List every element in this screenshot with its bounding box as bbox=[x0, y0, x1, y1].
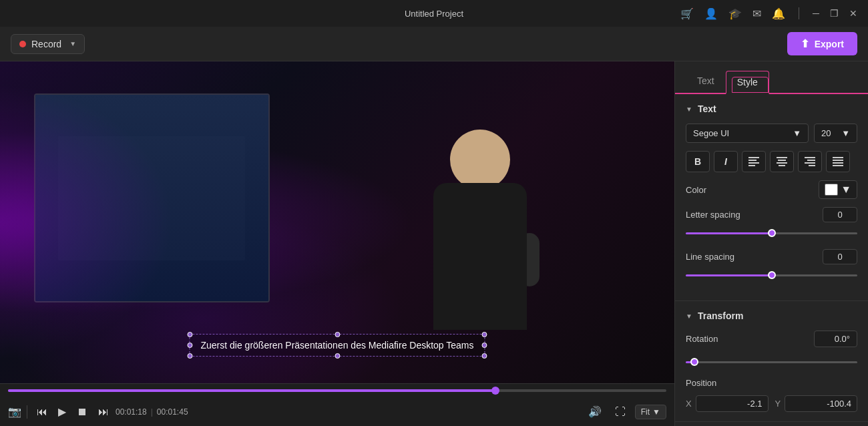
transform-section-header[interactable]: ▼ Transform bbox=[686, 310, 857, 321]
color-row: Color ▼ bbox=[686, 180, 857, 199]
text-section-chevron-icon: ▼ bbox=[686, 105, 692, 113]
total-time: 00:01:45 bbox=[157, 407, 188, 417]
font-size-chevron-icon: ▼ bbox=[841, 128, 850, 138]
fullscreen-button[interactable]: ⛶ bbox=[611, 403, 630, 421]
handle-tl[interactable] bbox=[187, 332, 192, 337]
record-label: Record bbox=[31, 39, 61, 49]
svg-rect-9 bbox=[807, 160, 815, 161]
position-y-value[interactable]: -100.4 bbox=[785, 395, 857, 412]
tab-style[interactable]: Style bbox=[726, 71, 769, 94]
line-spacing-slider[interactable] bbox=[686, 268, 857, 282]
controls-divider bbox=[27, 405, 27, 419]
svg-rect-2 bbox=[748, 162, 759, 164]
fit-select[interactable]: Fit ▼ bbox=[635, 405, 666, 419]
handle-bl[interactable] bbox=[187, 353, 192, 359]
transform-section: ▼ Transform Rotation 0.0° Position X -2.… bbox=[675, 301, 868, 422]
transform-section-title: Transform bbox=[698, 310, 743, 321]
rotation-thumb[interactable] bbox=[690, 358, 698, 366]
position-x-value[interactable]: -2.1 bbox=[696, 395, 769, 412]
svg-rect-8 bbox=[805, 157, 815, 158]
rotation-row: Rotation 0.0° bbox=[686, 331, 857, 347]
app-title: Untitled Project bbox=[405, 9, 463, 19]
position-row: X -2.1 Y -100.4 bbox=[686, 395, 857, 412]
record-chevron-icon: ▼ bbox=[69, 40, 76, 47]
account-icon[interactable]: 👤 bbox=[704, 7, 718, 20]
svg-rect-7 bbox=[779, 165, 785, 166]
letter-spacing-label: Letter spacing bbox=[686, 210, 740, 220]
font-family-value: Segoe UI bbox=[693, 128, 729, 138]
text-section-header[interactable]: ▼ Text bbox=[686, 103, 857, 114]
rotation-value[interactable]: 0.0° bbox=[814, 331, 857, 347]
progress-track bbox=[8, 389, 666, 392]
monitor-prop bbox=[34, 93, 270, 302]
text-section-title: Text bbox=[698, 103, 716, 114]
titlebar-divider bbox=[799, 7, 799, 19]
minimize-button[interactable]: ─ bbox=[813, 8, 819, 19]
italic-button[interactable]: I bbox=[714, 151, 738, 172]
export-button[interactable]: ⬆ Export bbox=[787, 32, 857, 55]
handle-tr[interactable] bbox=[482, 332, 487, 337]
svg-rect-11 bbox=[809, 165, 815, 166]
mail-icon[interactable]: ✉ bbox=[752, 7, 761, 20]
font-size-value: 20 bbox=[821, 128, 831, 138]
svg-rect-0 bbox=[748, 157, 759, 158]
record-dot-icon bbox=[19, 41, 26, 47]
restore-button[interactable]: ❐ bbox=[830, 8, 839, 19]
controls-left: 📷 ⏮ ▶ ⏹ ⏭ 00:01:18 | 00:01:45 bbox=[8, 403, 188, 421]
video-container: Zuerst die größeren Präsentationen des M… bbox=[0, 61, 674, 383]
step-back-button[interactable]: ⏮ bbox=[33, 403, 51, 421]
letter-spacing-slider[interactable] bbox=[686, 226, 857, 240]
transform-section-chevron-icon: ▼ bbox=[686, 312, 692, 320]
progress-thumb[interactable] bbox=[491, 387, 499, 395]
bold-button[interactable]: B bbox=[686, 151, 710, 172]
handle-ml[interactable] bbox=[187, 343, 192, 348]
tab-text[interactable]: Text bbox=[686, 69, 726, 93]
handle-br[interactable] bbox=[482, 353, 487, 359]
font-row: Segoe UI ▼ 20 ▼ bbox=[686, 124, 857, 143]
letter-spacing-label-row: Letter spacing 0 bbox=[686, 207, 857, 222]
position-x-label: X bbox=[686, 399, 692, 409]
align-left-button[interactable] bbox=[742, 151, 766, 172]
play-button[interactable]: ▶ bbox=[54, 403, 70, 421]
toolbar: Record ▼ ⬆ Export bbox=[0, 27, 868, 61]
color-picker[interactable]: ▼ bbox=[819, 180, 857, 199]
subtitle-overlay[interactable]: Zuerst die größeren Präsentationen des M… bbox=[189, 334, 485, 357]
font-size-select[interactable]: 20 ▼ bbox=[814, 124, 857, 143]
stop-button[interactable]: ⏹ bbox=[73, 403, 91, 421]
handle-bc[interactable] bbox=[335, 353, 340, 359]
line-spacing-row: Line spacing 0 bbox=[686, 249, 857, 282]
education-icon[interactable]: 🎓 bbox=[728, 7, 742, 20]
titlebar: Untitled Project 🛒 👤 🎓 ✉ 🔔 ─ ❐ ✕ bbox=[0, 0, 868, 27]
align-right-button[interactable] bbox=[798, 151, 822, 172]
bell-icon[interactable]: 🔔 bbox=[772, 7, 785, 20]
step-forward-button[interactable]: ⏭ bbox=[94, 403, 113, 421]
current-time: 00:01:18 bbox=[116, 407, 147, 417]
svg-rect-6 bbox=[777, 162, 787, 164]
svg-rect-13 bbox=[833, 160, 843, 161]
handle-tc[interactable] bbox=[335, 332, 340, 337]
screenshot-button[interactable]: 📷 bbox=[8, 405, 21, 418]
shop-icon[interactable]: 🛒 bbox=[680, 7, 694, 20]
rotation-slider[interactable] bbox=[686, 357, 857, 367]
letter-spacing-thumb[interactable] bbox=[768, 229, 776, 237]
controls-row: 📷 ⏮ ▶ ⏹ ⏭ 00:01:18 | 00:01:45 🔊 ⛶ Fit ▼ bbox=[8, 397, 666, 426]
svg-rect-4 bbox=[777, 157, 787, 158]
controls-right: 🔊 ⛶ Fit ▼ bbox=[584, 403, 666, 421]
fit-chevron-icon: ▼ bbox=[652, 407, 660, 417]
format-row: B I bbox=[686, 151, 857, 172]
volume-button[interactable]: 🔊 bbox=[584, 403, 606, 421]
letter-spacing-value[interactable]: 0 bbox=[823, 207, 857, 222]
align-justify-button[interactable] bbox=[826, 151, 850, 172]
align-center-button[interactable] bbox=[770, 151, 794, 172]
progress-bar[interactable] bbox=[8, 384, 666, 397]
handle-mr[interactable] bbox=[482, 343, 487, 348]
record-button[interactable]: Record ▼ bbox=[11, 34, 85, 54]
font-family-select[interactable]: Segoe UI ▼ bbox=[686, 124, 809, 143]
line-spacing-value[interactable]: 0 bbox=[823, 249, 857, 264]
position-x-field: X -2.1 bbox=[686, 395, 769, 412]
close-button[interactable]: ✕ bbox=[849, 8, 857, 19]
align-left-icon bbox=[748, 157, 759, 166]
color-label: Color bbox=[686, 185, 706, 195]
rotation-label: Rotation bbox=[686, 334, 718, 344]
line-spacing-thumb[interactable] bbox=[768, 271, 776, 279]
